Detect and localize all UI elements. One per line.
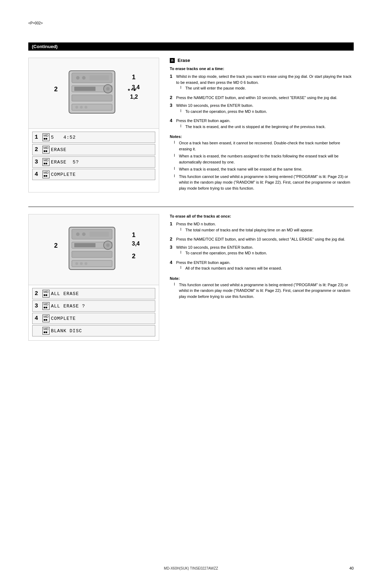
device2-label-2-bot: 2 — [132, 253, 135, 260]
svg-point-7 — [106, 87, 110, 91]
section1-title-text: Erase — [178, 58, 190, 63]
display-rows-2: 2 MD■■ ALL ERASE 3 MD■■ ALL ERASE ? 4 MD… — [29, 285, 159, 340]
row-num-s2-1: 2 — [35, 290, 40, 297]
s2-bullet-text-1a: The total number of tracks and the total… — [185, 227, 313, 233]
svg-point-21 — [106, 243, 110, 247]
notes-section-1: Notes: l Once a track has been erased, i… — [170, 134, 354, 191]
svg-rect-22 — [72, 251, 112, 258]
bullet-text-3a: To cancel the operation, press the MD n … — [185, 109, 267, 115]
s2-step-text-1: Press the MD n button. — [176, 221, 313, 227]
bullet-3a: l To cancel the operation, press the MD … — [180, 109, 267, 115]
svg-point-11 — [80, 106, 83, 109]
row-text-1: 5 4:52 — [51, 135, 76, 140]
row-text-4: COMPLETE — [51, 172, 76, 177]
notes-title-1: Notes: — [170, 134, 354, 139]
s2-bullet-1a: l The total number of tracks and the tot… — [180, 227, 313, 233]
row-num-s2-3: 4 — [35, 315, 40, 322]
s2-bullet-text-3a: To cancel the operation, press the MD n … — [185, 250, 267, 256]
step-text-3: Within 10 seconds, press the ENTER butto… — [176, 103, 267, 109]
display-row-3: 3 MD■■ ERASE 5? — [32, 156, 155, 168]
step-num-3: 3 — [170, 103, 174, 116]
bullet-4a: l The track is erased, and the unit is s… — [180, 124, 326, 130]
section1-wrapper: 1 2 3,4 1,2 ★✦■ 1 MD■■ 5 4:52 2 MD■■ ERA — [28, 58, 354, 192]
note-1: l Once a track has been erased, it canno… — [174, 140, 354, 152]
s2-step-text-2: Press the NAME/TOC EDIT button, and with… — [176, 236, 345, 242]
step-text-2: Press the NAME/TOC EDIT button, and with… — [176, 95, 337, 101]
note-text-2: When a track is erased, the numbers assi… — [179, 153, 354, 165]
svg-rect-18 — [89, 232, 109, 237]
md-icon-s2-3: MD■■ — [42, 315, 50, 322]
device2-label-34: 3,4 — [132, 241, 140, 247]
note2-1: l This function cannot be used whilst a … — [174, 282, 354, 300]
bullet-1a: l The unit will enter the pause mode. — [180, 85, 354, 91]
step-num-2: 2 — [170, 95, 174, 101]
n-symbol: n — [170, 58, 175, 63]
diagram-area-1: 1 2 3,4 1,2 ★✦■ 1 MD■■ 5 4:52 2 MD■■ ERA — [28, 58, 159, 192]
s2-step-4: 4 Press the ENTER button again. l All of… — [170, 260, 354, 273]
row-text-s2-4: BLANK DISC — [51, 328, 82, 334]
s2-bullet-4a: l All of the track numbers and track nam… — [180, 265, 282, 271]
s2-step-1: 1 Press the MD n button. l The total num… — [170, 221, 354, 234]
row-num-s2-2: 3 — [35, 303, 40, 309]
md-icon-3: MD■■ — [42, 158, 50, 166]
row-num-4: 4 — [35, 171, 40, 178]
step-text-4: Press the ENTER button again. — [176, 118, 326, 124]
bullet-text-4a: The track is erased, and the unit is sto… — [185, 124, 326, 130]
text-content-2: To erase all of the tracks at once: 1 Pr… — [170, 214, 354, 341]
note-text-3: When a track is erased, the track name w… — [179, 166, 302, 172]
step-3: 3 Within 10 seconds, press the ENTER but… — [170, 103, 354, 116]
row-num-3: 3 — [35, 159, 40, 165]
notes-section-2: Note: l This function cannot be used whi… — [170, 276, 354, 300]
page-footer: MD-X60H(SUK) TINSE0227AWZZ — [0, 566, 382, 570]
note-2: l When a track is erased, the numbers as… — [174, 153, 354, 165]
device-illustration-1: 1 2 3,4 1,2 ★✦■ — [29, 58, 159, 129]
subsection1-title: To erase tracks one at a time: — [170, 67, 354, 71]
device-label-12: 1,2 — [130, 94, 138, 100]
row-num-s2-4 — [35, 328, 40, 334]
note2-text-1: This function cannot be used whilst a pr… — [179, 282, 354, 300]
continued-bar: (Continued) — [28, 42, 354, 51]
device-svg-2 — [62, 224, 126, 275]
row-text-s2-3: COMPLETE — [51, 316, 76, 321]
svg-rect-13 — [74, 87, 96, 91]
display-row-s2-4: MD■■ BLANK DISC — [32, 325, 155, 336]
row-num-1: 1 — [35, 134, 40, 140]
page-code: <P=002> — [28, 21, 43, 25]
step-num-4: 4 — [170, 118, 174, 131]
note-title-2: Note: — [170, 276, 354, 281]
s2-step-text-4: Press the ENTER button again. — [176, 260, 282, 266]
svg-point-26 — [85, 262, 87, 265]
section1-title: n Erase — [170, 58, 354, 63]
display-row-s2-2: 3 MD■■ ALL ERASE ? — [32, 300, 155, 312]
s2-bullet-text-4a: All of the track numbers and track names… — [185, 265, 282, 271]
footer-text: MD-X60H(SUK) TINSE0227AWZZ — [164, 566, 218, 570]
device-svg-1 — [62, 67, 126, 119]
s2-step-2: 2 Press the NAME/TOC EDIT button, and wi… — [170, 236, 354, 242]
row-text-s2-2: ALL ERASE ? — [51, 304, 85, 309]
row-num-2: 2 — [35, 146, 40, 153]
svg-point-17 — [82, 232, 86, 236]
bullet-text-1a: The unit will enter the pause mode. — [185, 85, 246, 91]
svg-point-10 — [75, 106, 78, 109]
row-text-2: ERASE — [51, 147, 66, 152]
svg-point-16 — [76, 232, 80, 236]
device-star: ★✦■ — [127, 88, 135, 92]
md-icon-1: MD■■ — [42, 133, 50, 141]
md-icon-4: MD■■ — [42, 171, 50, 178]
md-icon-s2-1: MD■■ — [42, 290, 50, 298]
note-3: l When a track is erased, the track name… — [174, 166, 354, 172]
diagram-area-2: 1 2 3,4 2 2 MD■■ ALL ERASE 3 MD■■ ALL ER… — [28, 214, 159, 341]
s2-step-num-1: 1 — [170, 221, 174, 234]
continued-label: (Continued) — [32, 44, 58, 49]
page-container: <P=002> (Continued) — [0, 0, 382, 588]
display-rows-1: 1 MD■■ 5 4:52 2 MD■■ ERASE 3 MD■■ ERASE … — [29, 129, 159, 184]
row-text-s2-1: ALL ERASE — [51, 291, 79, 296]
display-row-1: 1 MD■■ 5 4:52 — [32, 132, 155, 143]
step-num-1: 1 — [170, 74, 174, 93]
svg-rect-27 — [74, 243, 96, 247]
note-4: l This function cannot be used whilst a … — [174, 174, 354, 191]
svg-rect-8 — [72, 95, 112, 101]
s2-step-num-3: 3 — [170, 244, 174, 258]
display-row-s2-3: 4 MD■■ COMPLETE — [32, 313, 155, 324]
note-text-4: This function cannot be used whilst a pr… — [179, 174, 354, 191]
